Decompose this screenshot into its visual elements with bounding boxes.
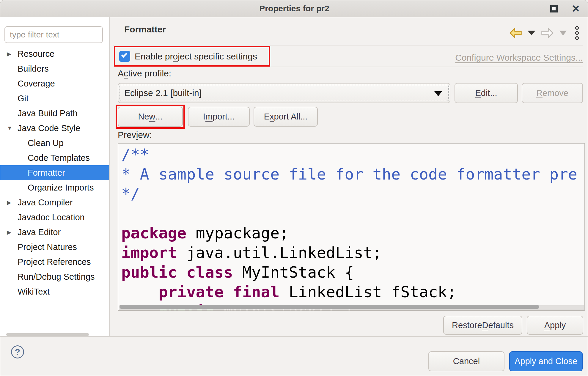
- code-token-keyword: private: [158, 283, 224, 301]
- preview-horizontal-scrollbar-track[interactable]: [119, 305, 584, 310]
- formatter-preview: /** * A sample source file for the code …: [118, 143, 585, 311]
- code-token-comment: * A sample source file for the code form…: [121, 165, 577, 183]
- code-token-keyword: public: [121, 263, 177, 281]
- sidebar-item-label: Code Templates: [28, 153, 90, 163]
- restore-defaults-button[interactable]: Restore Defaults: [443, 316, 522, 335]
- sidebar-item-label: Javadoc Location: [18, 213, 85, 222]
- preview-label: Preview:: [118, 130, 152, 140]
- sidebar-item-label: Java Compiler: [18, 198, 73, 207]
- code-token-keyword: import: [121, 244, 177, 262]
- help-icon[interactable]: ?: [11, 345, 24, 358]
- separator: [113, 45, 583, 45]
- filter-input[interactable]: [4, 26, 103, 43]
- sidebar-item-code-templates[interactable]: Code Templates: [0, 150, 109, 165]
- view-menu-icon[interactable]: [575, 26, 579, 40]
- back-history-dropdown-icon[interactable]: [528, 31, 535, 35]
- code-token-plain: mypackage;: [186, 224, 289, 242]
- sidebar-item-javadoc-location[interactable]: Javadoc Location: [0, 210, 109, 225]
- sidebar-item-label: Project References: [18, 257, 91, 267]
- active-profile-value: Eclipse 2.1 [built-in]: [124, 88, 202, 98]
- code-token-plain: LinkedList fStack;: [279, 283, 456, 301]
- enable-project-settings-label: Enable project specific settings: [135, 51, 257, 62]
- code-token-comment: /**: [121, 146, 149, 163]
- code-token-plain: [177, 263, 186, 281]
- sidebar-item-label: Builders: [18, 64, 49, 74]
- code-token-plain: [224, 283, 233, 301]
- forward-history-dropdown-icon[interactable]: [559, 31, 567, 35]
- sidebar-item-label: Java Editor: [18, 227, 61, 237]
- sidebar-item-label: Clean Up: [28, 138, 64, 148]
- cancel-button[interactable]: Cancel: [428, 351, 504, 371]
- chevron-collapsed-icon[interactable]: ▶: [7, 199, 11, 206]
- active-profile-label: Active profile:: [118, 68, 171, 78]
- sidebar-item-formatter[interactable]: Formatter: [0, 165, 109, 180]
- preview-horizontal-scrollbar-thumb[interactable]: [120, 305, 539, 309]
- chevron-collapsed-icon[interactable]: ▶: [7, 229, 11, 236]
- enable-project-settings-checkbox[interactable]: [119, 51, 130, 62]
- back-arrow-icon[interactable]: [510, 28, 522, 38]
- sidebar-item-java-code-style[interactable]: ▼Java Code Style: [0, 121, 109, 136]
- sidebar-item-resource[interactable]: ▶Resource: [0, 46, 109, 61]
- sidebar-item-label: Project Natures: [18, 242, 77, 252]
- new-button[interactable]: New...: [118, 107, 183, 127]
- sidebar-horizontal-scrollbar[interactable]: [6, 333, 89, 336]
- kebab-dot: [575, 31, 579, 35]
- sidebar-item-label: Formatter: [28, 168, 65, 178]
- dialog-button-bar: ? Cancel Apply and Close: [0, 336, 588, 376]
- preferences-sidebar: ▶ResourceBuildersCoverageGitJava Build P…: [0, 17, 109, 336]
- sidebar-item-project-references[interactable]: Project References: [0, 254, 109, 269]
- preferences-tree: ▶ResourceBuildersCoverageGitJava Build P…: [0, 46, 109, 299]
- page-title: Formatter: [124, 24, 166, 34]
- remove-button: Remove: [522, 83, 583, 103]
- titlebar: Properties for pr2 ✕: [0, 0, 588, 17]
- checkmark-icon: [121, 52, 127, 58]
- formatter-page: Formatter Enable project specific settin…: [110, 17, 588, 336]
- apply-button[interactable]: Apply: [527, 316, 583, 335]
- sidebar-item-java-compiler[interactable]: ▶Java Compiler: [0, 195, 109, 210]
- sidebar-item-label: Organize Imports: [28, 183, 94, 193]
- code-token-keyword: final: [233, 283, 280, 301]
- combo-dropdown-icon: [434, 91, 442, 96]
- chevron-expanded-icon[interactable]: ▼: [7, 125, 12, 131]
- apply-and-close-button[interactable]: Apply and Close: [509, 351, 583, 371]
- properties-dialog: Properties for pr2 ✕ ▶ResourceBuildersCo…: [0, 0, 588, 376]
- kebab-dot: [575, 26, 579, 30]
- sidebar-item-java-editor[interactable]: ▶Java Editor: [0, 225, 109, 240]
- code-token-keyword: package: [121, 224, 186, 242]
- sidebar-item-git[interactable]: Git: [0, 91, 109, 106]
- sidebar-item-label: Git: [18, 94, 29, 103]
- sidebar-item-clean-up[interactable]: Clean Up: [0, 136, 109, 150]
- forward-arrow-icon[interactable]: [541, 28, 553, 38]
- sidebar-item-coverage[interactable]: Coverage: [0, 76, 109, 91]
- separator: [113, 67, 583, 67]
- kebab-dot: [575, 36, 579, 40]
- preview-code: /** * A sample source file for the code …: [121, 145, 577, 311]
- sidebar-item-label: Run/Debug Settings: [18, 272, 95, 282]
- sidebar-item-wikitext[interactable]: WikiText: [0, 284, 109, 299]
- page-navigation: [510, 26, 579, 40]
- code-token-plain: [121, 283, 158, 301]
- sidebar-item-label: Resource: [18, 49, 54, 59]
- import-button[interactable]: Import...: [188, 107, 250, 127]
- sidebar-item-java-build-path[interactable]: Java Build Path: [0, 106, 109, 121]
- code-token-keyword: class: [186, 263, 233, 281]
- enable-project-settings-row[interactable]: Enable project specific settings: [119, 51, 257, 62]
- close-icon[interactable]: ✕: [572, 3, 580, 15]
- code-token-comment: */: [121, 185, 140, 203]
- edit-button[interactable]: Edit...: [455, 83, 518, 103]
- sidebar-item-builders[interactable]: Builders: [0, 61, 109, 76]
- sidebar-item-label: Java Build Path: [18, 108, 78, 118]
- sidebar-item-organize-imports[interactable]: Organize Imports: [0, 180, 109, 195]
- sidebar-item-label: Java Code Style: [18, 123, 80, 133]
- export-all-button[interactable]: Export All...: [254, 107, 318, 127]
- configure-workspace-settings-link[interactable]: Configure Workspace Settings...: [455, 53, 583, 63]
- sidebar-item-label: Coverage: [18, 79, 55, 89]
- sidebar-item-project-natures[interactable]: Project Natures: [0, 240, 109, 254]
- sidebar-item-label: WikiText: [18, 287, 50, 297]
- sidebar-item-run-debug-settings[interactable]: Run/Debug Settings: [0, 269, 109, 284]
- code-token-plain: MyIntStack {: [233, 263, 354, 281]
- active-profile-combo[interactable]: Eclipse 2.1 [built-in]: [118, 83, 450, 103]
- chevron-collapsed-icon[interactable]: ▶: [7, 51, 11, 57]
- maximize-icon[interactable]: [550, 5, 558, 12]
- window-title: Properties for pr2: [0, 4, 588, 13]
